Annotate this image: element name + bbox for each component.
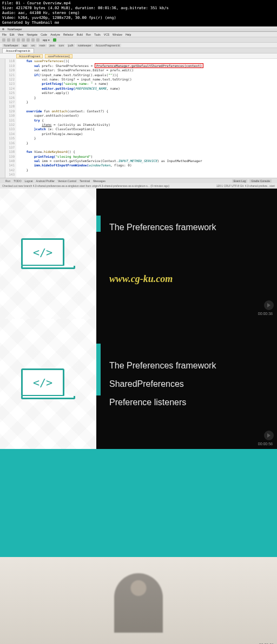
menu-refactor[interactable]: Refactor bbox=[63, 33, 74, 36]
ide-menubar: File Edit View Navigate Code Analyze Ref… bbox=[0, 32, 277, 37]
person-silhouette bbox=[114, 573, 163, 633]
toolbar-button[interactable] bbox=[2, 38, 5, 42]
menu-view[interactable]: View bbox=[18, 33, 24, 36]
toolbar-button[interactable] bbox=[12, 38, 15, 42]
laptop-code-icon: </> bbox=[21, 238, 75, 269]
ide-title: NoteKeeper bbox=[8, 28, 22, 31]
accent-bar bbox=[96, 344, 101, 395]
toolbar-button[interactable] bbox=[36, 38, 39, 42]
laptop-code-icon: </> bbox=[21, 368, 75, 399]
path-crumb[interactable]: AccountFragment.kt bbox=[94, 44, 122, 47]
path-crumb[interactable]: NoteKeeper bbox=[2, 44, 20, 47]
meta-file: File: 01 - Course Overview.mp4 bbox=[2, 1, 275, 6]
meta-video: Video: h264, yuv420p, 1280x720, 30.00 fp… bbox=[2, 16, 275, 21]
tool-gutter bbox=[0, 59, 5, 178]
ide-window: NoteKeeper File Edit View Navigate Code … bbox=[0, 26, 277, 189]
file-tab[interactable]: AccountFragment.kt bbox=[2, 48, 34, 53]
toolbar-button[interactable] bbox=[7, 38, 10, 42]
line-number-gutter: 1181191201211221231241251261271281291301… bbox=[5, 59, 16, 178]
toolbar-run-config[interactable]: app ▾ bbox=[41, 38, 51, 42]
menu-tools[interactable]: Tools bbox=[94, 33, 101, 36]
code-body[interactable]: fun savePreferences(){ val prefs: Shared… bbox=[16, 59, 277, 178]
bottom-tab-run[interactable]: Run bbox=[5, 179, 10, 183]
toolbar-button[interactable] bbox=[27, 38, 30, 42]
code-breadcrumb: AccountFragment savePreferences() bbox=[0, 53, 277, 59]
path-crumb[interactable]: com bbox=[57, 44, 65, 47]
slide-left-panel: </> bbox=[0, 189, 96, 319]
slide-content: The Preferences framework SharedPreferen… bbox=[96, 319, 277, 449]
menu-build[interactable]: Build bbox=[77, 33, 83, 36]
class-crumb[interactable]: AccountFragment bbox=[16, 54, 43, 58]
menu-edit[interactable]: Edit bbox=[10, 33, 15, 36]
bottom-tab-profiler[interactable]: Android Profiler bbox=[36, 179, 55, 183]
path-crumb[interactable]: java bbox=[48, 44, 56, 47]
menu-window[interactable]: Window bbox=[113, 33, 122, 36]
bottom-tab-terminal[interactable]: Terminal bbox=[80, 179, 90, 183]
path-crumb[interactable]: app bbox=[21, 44, 29, 47]
window-control-icon[interactable] bbox=[2, 28, 4, 30]
slide-line-1: The Preferences framework bbox=[109, 361, 264, 371]
bottom-tab-vcs[interactable]: Version Control bbox=[58, 179, 76, 183]
menu-file[interactable]: File bbox=[2, 33, 6, 36]
ide-titlebar: NoteKeeper bbox=[0, 26, 277, 32]
menu-help[interactable]: Help bbox=[126, 33, 131, 36]
path-crumb[interactable]: src bbox=[30, 44, 37, 47]
toolbar-button[interactable] bbox=[17, 38, 20, 42]
code-editor[interactable]: 1181191201211221231241251261271281291301… bbox=[0, 59, 277, 178]
path-crumb[interactable]: notekeeper bbox=[76, 44, 93, 47]
slide-line-2: SharedPreferences bbox=[109, 379, 264, 389]
toolbar-button[interactable] bbox=[22, 38, 25, 42]
accent-bar bbox=[96, 216, 101, 232]
path-crumb[interactable]: main bbox=[38, 44, 47, 47]
run-icon[interactable] bbox=[53, 38, 56, 42]
slide-2: </> The Preferences framework SharedPref… bbox=[0, 319, 277, 449]
menu-code[interactable]: Code bbox=[41, 33, 47, 36]
bottom-tab-eventlog[interactable]: Event Log bbox=[232, 179, 248, 183]
meta-generator: Generated by Thumbnail me bbox=[2, 21, 275, 25]
toolbar-button[interactable] bbox=[31, 38, 35, 42]
path-crumb[interactable]: judh bbox=[67, 44, 75, 47]
bottom-tab-logcat[interactable]: Logcat bbox=[25, 179, 33, 183]
menu-vcs[interactable]: VCS bbox=[104, 33, 109, 36]
slide-title: The Preferences framework bbox=[109, 223, 264, 232]
play-icon[interactable] bbox=[264, 431, 274, 440]
meta-audio: Audio: aac, 44100 Hz, stereo (eng) bbox=[2, 11, 275, 16]
status-message: Checked out new branch 4.3-shared-prefer… bbox=[2, 184, 169, 187]
menu-navigate[interactable]: Navigate bbox=[27, 33, 37, 36]
ide-toolbar: app ▾ bbox=[0, 37, 277, 43]
watermark-text: www.cg-ku.com bbox=[109, 273, 264, 285]
menu-run[interactable]: Run bbox=[86, 33, 91, 36]
ide-statusbar: Checked out new branch 4.3-shared-prefer… bbox=[0, 183, 277, 189]
editor-tabs: AccountFragment.kt bbox=[0, 48, 277, 53]
menu-analyze[interactable]: Analyze bbox=[50, 33, 60, 36]
slide-timestamp: 00:00:38 bbox=[258, 312, 273, 316]
video-metadata-header: File: 01 - Course Overview.mp4 Size: 421… bbox=[0, 0, 277, 26]
status-right: 120:1 CRLF UTF-8 Git: 4.3-shared-prefere… bbox=[216, 184, 275, 187]
slide-left-panel: </> bbox=[0, 319, 96, 449]
meta-size: Size: 4217670 bytes (4.02 MiB), duration… bbox=[2, 6, 275, 11]
video-still: 00:08:06 bbox=[0, 557, 277, 644]
bottom-tool-tabs: Run TODO Logcat Android Profiler Version… bbox=[0, 178, 277, 183]
teal-divider bbox=[0, 449, 277, 557]
bottom-tab-todo[interactable]: TODO bbox=[14, 179, 21, 183]
slide-line-3: Preference listeners bbox=[109, 398, 264, 407]
bottom-tab-gradle[interactable]: Gradle Console bbox=[249, 179, 272, 183]
slide-timestamp: 00:00:58 bbox=[258, 442, 273, 446]
slide-content: The Preferences framework www.cg-ku.com … bbox=[96, 189, 277, 319]
ide-path-bar: NoteKeeper app src main java com judh no… bbox=[0, 43, 277, 48]
slide-1: </> The Preferences framework www.cg-ku.… bbox=[0, 189, 277, 319]
bottom-tab-messages[interactable]: Messages bbox=[93, 179, 105, 183]
play-icon[interactable] bbox=[264, 300, 274, 310]
method-crumb[interactable]: savePreferences() bbox=[45, 54, 72, 58]
